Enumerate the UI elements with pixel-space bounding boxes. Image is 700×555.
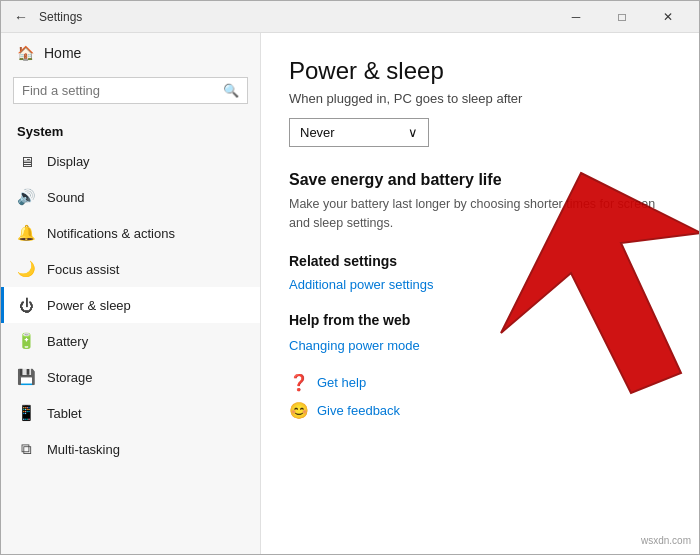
- sidebar-item-tablet-label: Tablet: [47, 406, 82, 421]
- sidebar-item-multitasking-label: Multi-tasking: [47, 442, 120, 457]
- save-energy-heading: Save energy and battery life: [289, 171, 671, 189]
- additional-power-settings-link[interactable]: Additional power settings: [289, 277, 671, 292]
- sidebar-item-storage[interactable]: 💾 Storage: [1, 359, 260, 395]
- give-feedback-item[interactable]: 😊 Give feedback: [289, 401, 671, 421]
- sidebar-item-battery[interactable]: 🔋 Battery: [1, 323, 260, 359]
- get-help-item[interactable]: ❓ Get help: [289, 373, 671, 393]
- settings-window: ← Settings ─ □ ✕ 🏠 Home 🔍 System 🖥 Displ…: [0, 0, 700, 555]
- tablet-icon: 📱: [17, 404, 35, 422]
- chevron-down-icon: ∨: [408, 125, 418, 140]
- sidebar-item-notifications-label: Notifications & actions: [47, 226, 175, 241]
- save-energy-desc: Make your battery last longer by choosin…: [289, 195, 671, 233]
- sidebar-section-label: System: [1, 116, 260, 143]
- give-feedback-icon: 😊: [289, 401, 309, 421]
- sidebar-home[interactable]: 🏠 Home: [1, 33, 260, 73]
- focus-icon: 🌙: [17, 260, 35, 278]
- home-icon: 🏠: [17, 45, 34, 61]
- close-button[interactable]: ✕: [645, 1, 691, 33]
- sidebar-item-storage-label: Storage: [47, 370, 93, 385]
- minimize-button[interactable]: ─: [553, 1, 599, 33]
- sidebar: 🏠 Home 🔍 System 🖥 Display 🔊 Sound 🔔 Noti…: [1, 33, 261, 554]
- sidebar-item-focus[interactable]: 🌙 Focus assist: [1, 251, 260, 287]
- sidebar-item-tablet[interactable]: 📱 Tablet: [1, 395, 260, 431]
- changing-power-mode-link[interactable]: Changing power mode: [289, 338, 671, 353]
- search-input[interactable]: [22, 83, 217, 98]
- titlebar: ← Settings ─ □ ✕: [1, 1, 699, 33]
- sound-icon: 🔊: [17, 188, 35, 206]
- sidebar-item-display[interactable]: 🖥 Display: [1, 143, 260, 179]
- home-label: Home: [44, 45, 81, 61]
- back-button[interactable]: ←: [9, 5, 33, 29]
- sleep-dropdown[interactable]: Never ∨: [289, 118, 429, 147]
- window-title: Settings: [39, 10, 553, 24]
- watermark: wsxdn.com: [641, 535, 691, 546]
- display-icon: 🖥: [17, 152, 35, 170]
- sidebar-item-display-label: Display: [47, 154, 90, 169]
- page-title: Power & sleep: [289, 57, 671, 85]
- multitasking-icon: ⧉: [17, 440, 35, 458]
- get-help-label: Get help: [317, 375, 366, 390]
- sidebar-item-sound-label: Sound: [47, 190, 85, 205]
- dropdown-value: Never: [300, 125, 335, 140]
- sidebar-item-power[interactable]: ⏻ Power & sleep: [1, 287, 260, 323]
- get-help-icon: ❓: [289, 373, 309, 393]
- main-container: Power & sleep When plugged in, PC goes t…: [261, 33, 699, 554]
- maximize-button[interactable]: □: [599, 1, 645, 33]
- search-box: 🔍: [13, 77, 248, 104]
- content-area: 🏠 Home 🔍 System 🖥 Display 🔊 Sound 🔔 Noti…: [1, 33, 699, 554]
- search-icon[interactable]: 🔍: [223, 83, 239, 98]
- storage-icon: 💾: [17, 368, 35, 386]
- help-heading: Help from the web: [289, 312, 671, 328]
- page-subtitle: When plugged in, PC goes to sleep after: [289, 91, 671, 106]
- sidebar-item-sound[interactable]: 🔊 Sound: [1, 179, 260, 215]
- notifications-icon: 🔔: [17, 224, 35, 242]
- battery-icon: 🔋: [17, 332, 35, 350]
- window-controls: ─ □ ✕: [553, 1, 691, 33]
- sidebar-item-battery-label: Battery: [47, 334, 88, 349]
- sidebar-item-multitasking[interactable]: ⧉ Multi-tasking: [1, 431, 260, 467]
- power-icon: ⏻: [17, 296, 35, 314]
- sidebar-item-power-label: Power & sleep: [47, 298, 131, 313]
- give-feedback-label: Give feedback: [317, 403, 400, 418]
- main-content: Power & sleep When plugged in, PC goes t…: [261, 33, 699, 554]
- sidebar-item-notifications[interactable]: 🔔 Notifications & actions: [1, 215, 260, 251]
- related-settings-heading: Related settings: [289, 253, 671, 269]
- sidebar-item-focus-label: Focus assist: [47, 262, 119, 277]
